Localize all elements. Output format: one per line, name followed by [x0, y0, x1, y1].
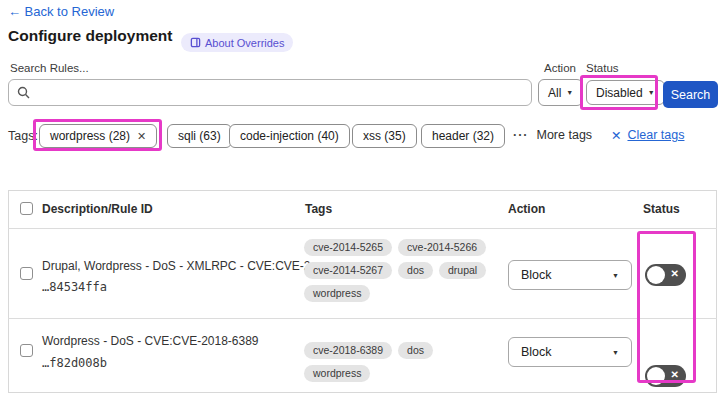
rule-tags: cve-2018-6389doswordpress	[304, 342, 504, 382]
tag-filter-label: sqli (63)	[178, 129, 221, 143]
more-dots-icon: ···	[513, 128, 529, 142]
rule-id: …f82d008b	[42, 356, 107, 370]
tag-filter-xss[interactable]: xss (35)	[352, 124, 417, 148]
action-value: Block	[521, 345, 552, 359]
action-dropdown[interactable]: Block ▼	[508, 337, 632, 367]
search-input-container[interactable]	[8, 79, 532, 106]
more-tags-label: More tags	[537, 128, 593, 142]
toggle-knob	[647, 266, 665, 284]
about-overrides-badge[interactable]: About Overrides	[181, 33, 293, 52]
close-icon: ✕	[611, 128, 621, 143]
search-icon	[17, 86, 30, 99]
tag-badge: cve-2014-5267	[304, 262, 392, 279]
action-value: Block	[521, 268, 552, 282]
toggle-off-icon: ✕	[671, 369, 679, 380]
status-filter-label: Status	[586, 62, 619, 74]
action-dropdown[interactable]: Block ▼	[508, 260, 632, 290]
status-toggle[interactable]: ✕	[645, 264, 686, 286]
rule-id: …84534ffa	[42, 280, 107, 294]
chevron-down-icon: ▼	[612, 349, 619, 356]
remove-tag-icon[interactable]: ✕	[137, 130, 146, 143]
more-tags-button[interactable]: ··· More tags	[513, 128, 592, 142]
tag-badge: dos	[398, 262, 433, 279]
action-filter-value: All	[548, 86, 561, 100]
tag-badge: cve-2014-5265	[304, 239, 392, 256]
book-icon	[190, 37, 201, 48]
tag-badge: wordpress	[304, 365, 370, 382]
selected-tag-label: wordpress (28)	[50, 129, 130, 143]
tag-badge: cve-2018-6389	[304, 342, 392, 359]
chevron-down-icon: ▼	[648, 89, 655, 96]
tag-filter-header[interactable]: header (32)	[421, 124, 505, 148]
table-header-divider	[8, 228, 717, 229]
tag-filter-label: header (32)	[432, 129, 494, 143]
tags-bar-label: Tags:	[8, 129, 38, 143]
tag-badge: drupal	[439, 262, 486, 279]
tag-badge: dos	[398, 342, 433, 359]
toggle-off-icon: ✕	[671, 268, 679, 279]
chevron-down-icon: ▼	[566, 89, 573, 96]
action-filter-label: Action	[544, 62, 576, 74]
column-header-status: Status	[643, 202, 680, 216]
status-filter-dropdown[interactable]: Disabled ▼	[586, 80, 665, 105]
chevron-down-icon: ▼	[612, 272, 619, 279]
about-overrides-label: About Overrides	[205, 37, 284, 49]
search-button[interactable]: Search	[663, 81, 718, 108]
selected-tag-wordpress[interactable]: wordpress (28) ✕	[39, 124, 157, 148]
toggle-knob	[647, 367, 665, 385]
page-title: Configure deployment	[8, 27, 172, 45]
clear-tags-button[interactable]: ✕ Clear tags	[611, 128, 684, 143]
status-toggle[interactable]: ✕	[645, 365, 686, 387]
select-all-checkbox[interactable]	[20, 202, 33, 215]
rule-description: Wordpress - DoS - CVE:CVE-2018-6389	[42, 334, 259, 348]
table-row-divider	[8, 318, 717, 319]
search-rules-label: Search Rules...	[10, 62, 89, 74]
column-header-action: Action	[508, 202, 545, 216]
tag-filter-code-injection[interactable]: code-injection (40)	[229, 124, 350, 148]
column-header-description: Description/Rule ID	[42, 202, 153, 216]
tag-filter-sqli[interactable]: sqli (63)	[167, 124, 232, 148]
search-rules-input[interactable]	[36, 86, 523, 100]
status-filter-value: Disabled	[596, 86, 643, 100]
action-filter-dropdown[interactable]: All ▼	[538, 79, 583, 106]
row-checkbox[interactable]	[20, 344, 33, 357]
tag-badge: wordpress	[304, 285, 370, 302]
tag-filter-label: xss (35)	[363, 129, 406, 143]
rule-tags: cve-2014-5265cve-2014-5266cve-2014-5267d…	[304, 239, 504, 302]
clear-tags-label: Clear tags	[627, 128, 684, 143]
back-to-review-link[interactable]: ← Back to Review	[8, 4, 114, 19]
row-checkbox[interactable]	[20, 267, 33, 280]
tag-filter-label: code-injection (40)	[240, 129, 339, 143]
tag-badge: cve-2014-5266	[398, 239, 486, 256]
rule-description: Drupal, Wordpress - DoS - XMLRPC - CVE:C…	[42, 259, 321, 273]
column-header-tags: Tags	[305, 202, 332, 216]
